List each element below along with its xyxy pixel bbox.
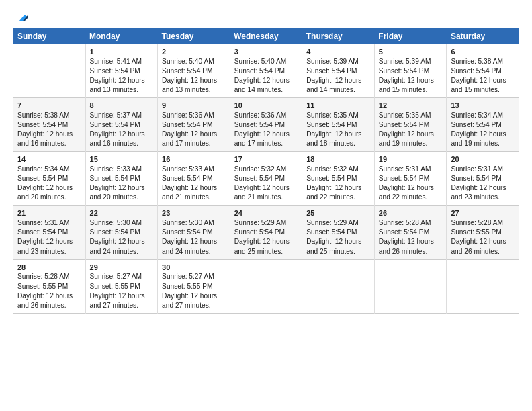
cell-content: Sunrise: 5:40 AM Sunset: 5:54 PM Dayligh… <box>234 57 298 95</box>
calendar-cell: 9Sunrise: 5:36 AM Sunset: 5:54 PM Daylig… <box>158 98 230 152</box>
day-number: 2 <box>162 47 226 57</box>
calendar-cell <box>13 44 85 98</box>
cell-content: Sunrise: 5:33 AM Sunset: 5:54 PM Dayligh… <box>162 165 226 202</box>
week-row-3: 14Sunrise: 5:34 AM Sunset: 5:54 PM Dayli… <box>13 152 519 205</box>
col-header-thursday: Thursday <box>302 28 375 44</box>
header-row: SundayMondayTuesdayWednesdayThursdayFrid… <box>13 28 519 44</box>
calendar-cell: 4Sunrise: 5:39 AM Sunset: 5:54 PM Daylig… <box>302 44 375 98</box>
calendar-cell: 14Sunrise: 5:34 AM Sunset: 5:54 PM Dayli… <box>13 152 85 205</box>
col-header-saturday: Saturday <box>447 28 519 44</box>
calendar-cell: 19Sunrise: 5:31 AM Sunset: 5:54 PM Dayli… <box>374 152 447 205</box>
day-number: 18 <box>306 154 370 165</box>
day-number: 11 <box>306 101 370 111</box>
cell-content: Sunrise: 5:28 AM Sunset: 5:55 PM Dayligh… <box>17 272 81 310</box>
cell-content: Sunrise: 5:31 AM Sunset: 5:54 PM Dayligh… <box>17 218 81 256</box>
cell-content: Sunrise: 5:28 AM Sunset: 5:54 PM Dayligh… <box>379 218 443 256</box>
cell-content: Sunrise: 5:33 AM Sunset: 5:54 PM Dayligh… <box>90 165 154 202</box>
cell-content: Sunrise: 5:41 AM Sunset: 5:54 PM Dayligh… <box>90 57 154 95</box>
calendar-cell: 7Sunrise: 5:38 AM Sunset: 5:54 PM Daylig… <box>13 98 85 152</box>
calendar-cell: 25Sunrise: 5:29 AM Sunset: 5:54 PM Dayli… <box>302 205 375 259</box>
cell-content: Sunrise: 5:31 AM Sunset: 5:54 PM Dayligh… <box>451 165 515 202</box>
calendar-cell <box>230 259 302 313</box>
day-number: 14 <box>17 154 81 165</box>
col-header-tuesday: Tuesday <box>158 28 230 44</box>
day-number: 16 <box>162 154 226 165</box>
day-number: 23 <box>162 208 226 218</box>
day-number: 5 <box>379 47 443 57</box>
cell-content: Sunrise: 5:38 AM Sunset: 5:54 PM Dayligh… <box>451 57 515 95</box>
calendar-cell: 22Sunrise: 5:30 AM Sunset: 5:54 PM Dayli… <box>85 205 158 259</box>
calendar-cell: 16Sunrise: 5:33 AM Sunset: 5:54 PM Dayli… <box>158 152 230 205</box>
day-number: 20 <box>451 154 515 165</box>
calendar-cell: 12Sunrise: 5:35 AM Sunset: 5:54 PM Dayli… <box>374 98 447 152</box>
cell-content: Sunrise: 5:29 AM Sunset: 5:54 PM Dayligh… <box>306 218 370 256</box>
cell-content: Sunrise: 5:37 AM Sunset: 5:54 PM Dayligh… <box>90 111 154 148</box>
calendar-cell <box>302 259 375 313</box>
week-row-1: 1Sunrise: 5:41 AM Sunset: 5:54 PM Daylig… <box>13 44 519 98</box>
cell-content: Sunrise: 5:32 AM Sunset: 5:54 PM Dayligh… <box>234 165 298 202</box>
day-number: 26 <box>379 208 443 218</box>
cell-content: Sunrise: 5:34 AM Sunset: 5:54 PM Dayligh… <box>17 165 81 202</box>
cell-content: Sunrise: 5:40 AM Sunset: 5:54 PM Dayligh… <box>162 57 226 95</box>
day-number: 9 <box>162 101 226 111</box>
calendar-cell: 15Sunrise: 5:33 AM Sunset: 5:54 PM Dayli… <box>85 152 158 205</box>
calendar-cell <box>374 259 447 313</box>
calendar-cell: 13Sunrise: 5:34 AM Sunset: 5:54 PM Dayli… <box>447 98 519 152</box>
day-number: 12 <box>379 101 443 111</box>
col-header-monday: Monday <box>85 28 158 44</box>
calendar-cell: 29Sunrise: 5:27 AM Sunset: 5:55 PM Dayli… <box>85 259 158 313</box>
cell-content: Sunrise: 5:30 AM Sunset: 5:54 PM Dayligh… <box>90 218 154 256</box>
cell-content: Sunrise: 5:32 AM Sunset: 5:54 PM Dayligh… <box>306 165 370 202</box>
day-number: 22 <box>90 208 154 218</box>
week-row-2: 7Sunrise: 5:38 AM Sunset: 5:54 PM Daylig… <box>13 98 519 152</box>
week-row-4: 21Sunrise: 5:31 AM Sunset: 5:54 PM Dayli… <box>13 205 519 259</box>
cell-content: Sunrise: 5:27 AM Sunset: 5:55 PM Dayligh… <box>90 272 154 310</box>
col-header-friday: Friday <box>374 28 447 44</box>
calendar-cell: 26Sunrise: 5:28 AM Sunset: 5:54 PM Dayli… <box>374 205 447 259</box>
calendar-cell: 28Sunrise: 5:28 AM Sunset: 5:55 PM Dayli… <box>13 259 85 313</box>
calendar-cell <box>447 259 519 313</box>
cell-content: Sunrise: 5:30 AM Sunset: 5:54 PM Dayligh… <box>162 218 226 256</box>
cell-content: Sunrise: 5:31 AM Sunset: 5:54 PM Dayligh… <box>379 165 443 202</box>
calendar-cell: 8Sunrise: 5:37 AM Sunset: 5:54 PM Daylig… <box>85 98 158 152</box>
page: SundayMondayTuesdayWednesdayThursdayFrid… <box>0 0 532 411</box>
calendar-cell: 11Sunrise: 5:35 AM Sunset: 5:54 PM Dayli… <box>302 98 375 152</box>
col-header-wednesday: Wednesday <box>230 28 302 44</box>
cell-content: Sunrise: 5:27 AM Sunset: 5:55 PM Dayligh… <box>162 272 226 310</box>
day-number: 4 <box>306 47 370 57</box>
calendar-cell: 1Sunrise: 5:41 AM Sunset: 5:54 PM Daylig… <box>85 44 158 98</box>
cell-content: Sunrise: 5:28 AM Sunset: 5:55 PM Dayligh… <box>451 218 515 256</box>
day-number: 25 <box>306 208 370 218</box>
cell-content: Sunrise: 5:38 AM Sunset: 5:54 PM Dayligh… <box>17 111 81 148</box>
calendar-cell: 5Sunrise: 5:39 AM Sunset: 5:54 PM Daylig… <box>374 44 447 98</box>
cell-content: Sunrise: 5:34 AM Sunset: 5:54 PM Dayligh… <box>451 111 515 148</box>
calendar-cell: 30Sunrise: 5:27 AM Sunset: 5:55 PM Dayli… <box>158 259 230 313</box>
day-number: 30 <box>162 263 226 273</box>
cell-content: Sunrise: 5:35 AM Sunset: 5:54 PM Dayligh… <box>306 111 370 148</box>
header <box>13 11 519 24</box>
day-number: 1 <box>90 47 154 57</box>
day-number: 19 <box>379 154 443 165</box>
day-number: 13 <box>451 101 515 111</box>
day-number: 8 <box>90 101 154 111</box>
day-number: 28 <box>17 263 81 273</box>
logo <box>13 11 28 24</box>
cell-content: Sunrise: 5:39 AM Sunset: 5:54 PM Dayligh… <box>306 57 370 95</box>
day-number: 15 <box>90 154 154 165</box>
cell-content: Sunrise: 5:35 AM Sunset: 5:54 PM Dayligh… <box>379 111 443 148</box>
day-number: 6 <box>451 47 515 57</box>
calendar-cell: 21Sunrise: 5:31 AM Sunset: 5:54 PM Dayli… <box>13 205 85 259</box>
calendar-cell: 24Sunrise: 5:29 AM Sunset: 5:54 PM Dayli… <box>230 205 302 259</box>
day-number: 17 <box>234 154 298 165</box>
calendar-table: SundayMondayTuesdayWednesdayThursdayFrid… <box>13 28 519 314</box>
day-number: 27 <box>451 208 515 218</box>
day-number: 29 <box>90 263 154 273</box>
calendar-cell: 2Sunrise: 5:40 AM Sunset: 5:54 PM Daylig… <box>158 44 230 98</box>
cell-content: Sunrise: 5:36 AM Sunset: 5:54 PM Dayligh… <box>162 111 226 148</box>
calendar-cell: 10Sunrise: 5:36 AM Sunset: 5:54 PM Dayli… <box>230 98 302 152</box>
week-row-5: 28Sunrise: 5:28 AM Sunset: 5:55 PM Dayli… <box>13 259 519 313</box>
calendar-cell: 23Sunrise: 5:30 AM Sunset: 5:54 PM Dayli… <box>158 205 230 259</box>
cell-content: Sunrise: 5:29 AM Sunset: 5:54 PM Dayligh… <box>234 218 298 256</box>
day-number: 24 <box>234 208 298 218</box>
col-header-sunday: Sunday <box>13 28 85 44</box>
